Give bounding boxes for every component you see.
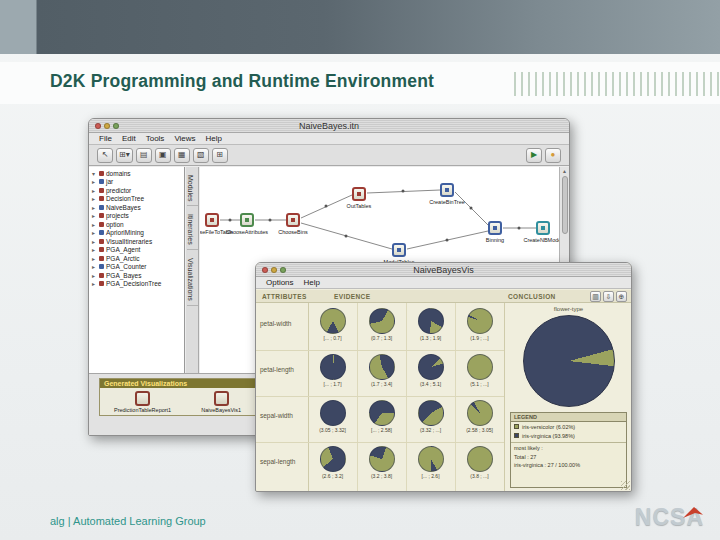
evidence-pie [418,446,444,472]
resize-grip[interactable] [621,481,630,490]
workflow-node-label: CreateNBModel [512,237,559,243]
maximize-icon[interactable] [280,267,286,273]
tree-item[interactable]: ▸PGA_DecisionTree [89,280,184,289]
scrollbar-thumb[interactable] [562,176,568,234]
menu-file[interactable]: File [99,133,112,145]
conclusion-pie[interactable] [523,315,615,407]
tree-item[interactable]: ▸PGA_Bayes [89,271,184,280]
module-glyph-icon [210,218,214,222]
bin-range-label: (1.9 ; ...] [455,335,504,341]
window1-titlebar[interactable]: NaiveBayes.itn [89,119,569,133]
minimize-icon[interactable] [271,267,277,273]
evidence-cell[interactable]: (0.7 ; 1.3] [357,304,406,350]
new-itinerary-icon[interactable]: ▤ [136,148,152,163]
tree-item-label: projects [106,212,129,219]
side-tab-strip: ModulesItinerariesVisualizations [186,167,199,375]
tree-item[interactable]: ▸predictor [89,186,184,195]
minimize-icon[interactable] [104,123,110,129]
tab-itineraries[interactable]: Itineraries [187,210,198,250]
tree-item[interactable]: ▸projects [89,212,184,221]
close-icon[interactable] [262,267,268,273]
open-itinerary-icon[interactable]: ▣ [155,148,171,163]
evidence-pie [467,354,493,380]
generated-vis-item[interactable]: PredictionTableReport1 [114,391,171,413]
module-glyph-icon [357,192,361,196]
module-glyph-icon [541,226,545,230]
tree-item[interactable]: ▸DecisionTree [89,195,184,204]
tree-item[interactable]: ▸PGA_Counter [89,263,184,272]
workflow-node-label: OutTables [328,203,390,209]
legend-swatch-icon [514,433,519,438]
window2-titlebar[interactable]: NaiveBayesVis [256,263,631,277]
evidence-cell[interactable]: (3.4 ; 5.1] [406,350,455,396]
evidence-cell[interactable]: (3.8 ; ...] [455,442,504,488]
maximize-icon[interactable] [113,123,119,129]
ncsa-logo: NCSA [614,504,704,536]
evidence-cell[interactable]: (2.6 ; 3.2] [308,442,357,488]
bin-range-label: (3.8 ; ...] [455,473,504,479]
stop-itinerary-icon[interactable]: ● [545,148,561,163]
legend-box: LEGEND iris-versicolor (6.02%)iris-virgi… [510,412,627,488]
evidence-cell[interactable]: (3.05 ; 3.32] [308,396,357,442]
tab-modules[interactable]: Modules [187,171,198,206]
evidence-cell[interactable]: (1.7 ; 3.4] [357,350,406,396]
evidence-cell[interactable]: (5.1 ; ...] [455,350,504,396]
tree-item[interactable]: ▸PGA_Agent [89,246,184,255]
print-itinerary-icon[interactable]: ▧ [193,148,209,163]
zoom-icon[interactable]: ⊕ [616,291,627,302]
workflow-node[interactable]: CreateNBModel [536,221,550,235]
attribute-label: sepal-length [260,458,307,465]
workflow-node[interactable]: ParseFileToTable [205,213,219,227]
bin-range-label: (5.1 ; ...] [455,381,504,387]
legend-entry: iris-virginica (93.98%) [511,431,626,440]
tree-item[interactable]: ▸PGA_Arctic [89,254,184,263]
menu-edit[interactable]: Edit [122,133,136,145]
pointer-tool-icon[interactable]: ↖ [97,148,113,163]
evidence-cell[interactable]: [... ; 1.7] [308,350,357,396]
evidence-cell[interactable]: [... ; 2.58] [357,396,406,442]
menu-views[interactable]: Views [174,133,195,145]
legend-entry: iris-versicolor (6.02%) [511,422,626,431]
tree-item[interactable]: ▸jar [89,178,184,187]
grid-toggle-icon[interactable]: ⊞ [212,148,228,163]
bin-range-label: (3.05 ; 3.32] [308,427,357,433]
evidence-cell[interactable]: (1.3 ; 1.9] [406,304,455,350]
naivebayes-vis-window: NaiveBayesVis OptionsHelp ATTRIBUTES EVI… [255,262,632,492]
menu-help[interactable]: Help [304,277,320,289]
bin-range-label: (1.3 ; 1.9] [406,335,455,341]
menu-tools[interactable]: Tools [146,133,165,145]
generated-vis-item[interactable]: NaiveBayesVis1 [201,391,241,413]
tree-item[interactable]: ▸option [89,220,184,229]
menu-help[interactable]: Help [206,133,222,145]
evidence-pie [467,308,493,334]
tree-item[interactable]: ▸VisualItineraries [89,237,184,246]
evidence-pie [369,400,395,426]
workflow-node[interactable]: ChooseAttributes [240,213,254,227]
evidence-cell[interactable]: (3.2 ; 3.8] [357,442,406,488]
module-icon [99,171,104,176]
tree-item[interactable]: ▸NaiveBayes [89,203,184,212]
tree-item[interactable]: ▸AprioriMining [89,229,184,238]
module-palette-icon[interactable]: ⊞▾ [116,148,133,163]
scroll-up-icon[interactable]: ▲ [562,168,567,174]
evidence-cell[interactable]: [... ; 2.6] [406,442,455,488]
evidence-column-header: EVIDENCE [334,293,370,300]
evidence-cell[interactable]: [... ; 0.7] [308,304,357,350]
save-icon[interactable]: ⇩ [603,291,614,302]
workflow-node[interactable]: ChooseBins [286,213,300,227]
tab-visualizations[interactable]: Visualizations [187,254,198,306]
tree-item[interactable]: ▾domains [89,169,184,178]
evidence-cell[interactable]: (2.58 ; 3.05] [455,396,504,442]
workflow-node[interactable]: CreateBinTree [440,183,454,197]
menu-options[interactable]: Options [266,277,294,289]
evidence-cell[interactable]: (1.9 ; ...] [455,304,504,350]
workflow-node[interactable]: ModelTables [392,243,406,257]
evidence-cell[interactable]: (3.32 ; ...] [406,396,455,442]
close-icon[interactable] [95,123,101,129]
save-itinerary-icon[interactable]: ▦ [174,148,190,163]
module-glyph-icon [291,218,295,222]
workflow-node[interactable]: Binning [488,221,502,235]
print-icon[interactable]: ▥ [590,291,601,302]
workflow-node[interactable]: OutTables [352,187,366,201]
run-itinerary-icon[interactable]: ▶ [526,148,542,163]
